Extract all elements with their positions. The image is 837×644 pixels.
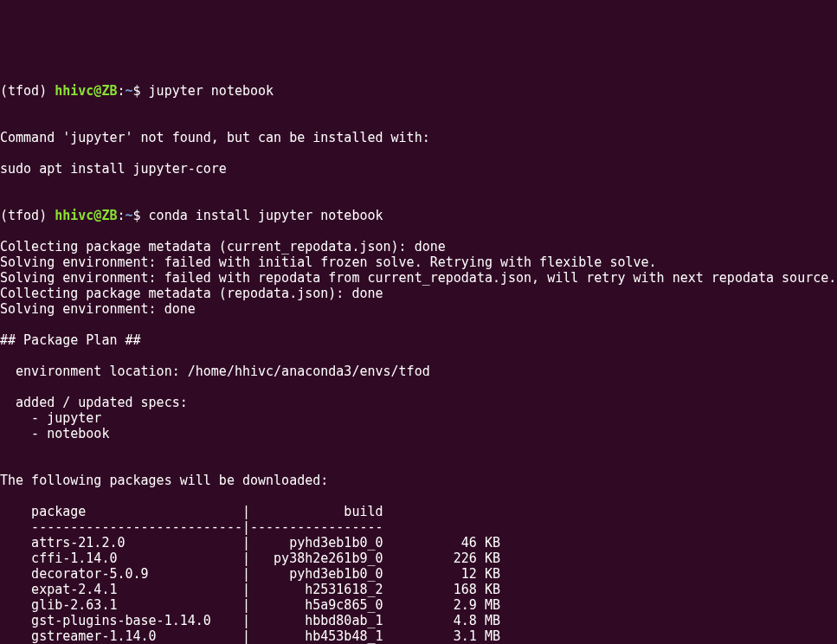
output-line: package | build <box>0 504 837 519</box>
output-line <box>0 441 837 457</box>
user-host: hhivc@ZB <box>55 83 117 99</box>
output-line: attrs-21.2.0 | pyhd3eb1b0_0 46 KB <box>0 535 837 551</box>
output-line <box>0 114 837 130</box>
terminal-output[interactable]: (tfod) hhivc@ZB:~$ jupyter notebook Comm… <box>0 68 837 644</box>
output-line: ## Package Plan ## <box>0 332 837 348</box>
user-host: hhivc@ZB <box>55 208 117 223</box>
output-line: expat-2.4.1 | h2531618_2 168 KB <box>0 582 837 597</box>
output-line: Solving environment: failed with repodat… <box>0 270 837 286</box>
output-line: environment location: /home/hhivc/anacon… <box>0 364 837 379</box>
output-line: Collecting package metadata (repodata.js… <box>0 286 837 301</box>
output-line <box>0 348 837 364</box>
output-line <box>0 177 837 192</box>
output-line <box>0 457 837 473</box>
prompt-line-2: (tfod) hhivc@ZB:~$ conda install jupyter… <box>0 208 837 223</box>
output-line: - notebook <box>0 426 837 441</box>
output-line: sudo apt install jupyter-core <box>0 161 837 177</box>
output-line: ---------------------------|------------… <box>0 519 837 535</box>
env-name: (tfod) <box>0 83 55 99</box>
env-name: (tfod) <box>0 208 55 223</box>
output-line: Collecting package metadata (current_rep… <box>0 239 837 254</box>
output-line: - jupyter <box>0 410 837 426</box>
output-line: glib-2.63.1 | h5a9c865_0 2.9 MB <box>0 597 837 613</box>
output-line <box>0 488 837 504</box>
output-line: decorator-5.0.9 | pyhd3eb1b0_0 12 KB <box>0 566 837 582</box>
command-text: jupyter notebook <box>149 83 274 99</box>
output-line: Solving environment: done <box>0 301 837 317</box>
output-line: Solving environment: failed with initial… <box>0 254 837 270</box>
prompt-line-1: (tfod) hhivc@ZB:~$ jupyter notebook <box>0 83 837 99</box>
output-line <box>0 145 837 161</box>
output-line: gstreamer-1.14.0 | hb453b48_1 3.1 MB <box>0 628 837 644</box>
output-line: The following packages will be downloade… <box>0 473 837 488</box>
cwd-path: ~ <box>126 83 133 99</box>
cwd-path: ~ <box>126 208 133 223</box>
output-line: cffi-1.14.0 | py38h2e261b9_0 226 KB <box>0 551 837 566</box>
output-line: gst-plugins-base-1.14.0 | hbbd80ab_1 4.8… <box>0 613 837 628</box>
output-line <box>0 379 837 395</box>
output-line: Command 'jupyter' not found, but can be … <box>0 130 837 145</box>
output-line <box>0 317 837 332</box>
output-line: added / updated specs: <box>0 395 837 410</box>
command-text: conda install jupyter notebook <box>149 208 383 223</box>
